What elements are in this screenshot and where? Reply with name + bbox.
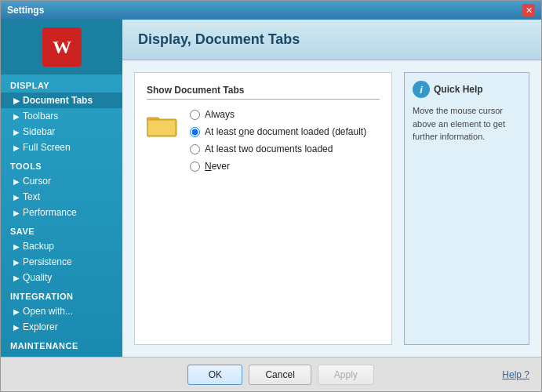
sidebar-item-label: Backup (23, 241, 54, 252)
sidebar-item-cursor[interactable]: ▶ Cursor (1, 173, 122, 189)
svg-rect-4 (147, 120, 176, 136)
sidebar-item-backup[interactable]: ▶ Backup (1, 238, 122, 254)
radio-always[interactable] (190, 110, 200, 120)
sidebar-item-quality[interactable]: ▶ Quality (1, 270, 122, 285)
radio-item-always[interactable]: Always (190, 109, 366, 120)
settings-window: Settings ✕ W DISPLAY ▶ Document Tabs (0, 0, 542, 392)
sidebar-item-document-tabs[interactable]: ▶ Document Tabs (1, 93, 122, 108)
radio-atleast-one-label[interactable]: At least one document loaded (default) (205, 126, 366, 137)
arrow-icon: ▶ (13, 274, 20, 282)
sidebar-section-save: SAVE (1, 220, 122, 238)
sidebar-item-toolbars[interactable]: ▶ Toolbars (1, 108, 122, 124)
sidebar-item-label: Cursor (23, 176, 51, 187)
radio-atleast-one[interactable] (190, 127, 200, 137)
sidebar-item-text[interactable]: ▶ Text (1, 189, 122, 205)
folder-icon (147, 113, 178, 138)
sidebar-item-explorer[interactable]: ▶ Explorer (1, 319, 122, 335)
radio-atleast-two[interactable] (190, 144, 200, 154)
sidebar-section-tools: TOOLS (1, 155, 122, 173)
sidebar-section-display: DISPLAY (1, 74, 122, 93)
quick-help-panel: i Quick Help Move the mouse cursor above… (404, 72, 529, 345)
radio-group: Always At least one document loaded (def… (190, 109, 366, 172)
cancel-button[interactable]: Cancel (249, 365, 311, 385)
help-link[interactable]: Help ? (502, 369, 529, 380)
radio-item-atleast-one[interactable]: At least one document loaded (default) (190, 126, 366, 137)
sidebar-item-label: Open with... (23, 306, 73, 317)
sidebar: W DISPLAY ▶ Document Tabs ▶ Toolbars ▶ S… (1, 20, 122, 357)
close-button[interactable]: ✕ (522, 4, 535, 16)
page-title: Display, Document Tabs (138, 31, 526, 48)
arrow-icon: ▶ (13, 209, 20, 217)
footer: OK Cancel Apply Help ? (1, 357, 541, 391)
arrow-icon: ▶ (13, 177, 20, 186)
arrow-icon: ▶ (13, 112, 20, 121)
radio-never-label[interactable]: Never (205, 161, 230, 172)
arrow-icon: ▶ (13, 258, 20, 267)
main-content: Display, Document Tabs Show Document Tab… (122, 20, 541, 357)
arrow-icon: ▶ (13, 96, 20, 105)
radio-never[interactable] (190, 162, 200, 172)
sidebar-section-maintenance: MAINTENANCE (1, 335, 122, 353)
quick-help-title: Quick Help (434, 84, 483, 95)
sidebar-item-label: Sidebar (23, 126, 55, 137)
quick-help-header: i Quick Help (413, 81, 521, 98)
folder-icon-area: Always At least one document loaded (def… (147, 109, 380, 172)
main-body: Show Document Tabs Always (122, 60, 541, 357)
footer-buttons: OK Cancel Apply (60, 365, 502, 385)
arrow-icon: ▶ (13, 143, 20, 152)
info-icon: i (413, 81, 430, 98)
sidebar-logo: W (1, 20, 122, 74)
sidebar-item-label: Explorer (23, 321, 58, 332)
sidebar-item-label: Toolbars (23, 111, 58, 122)
ok-button[interactable]: OK (187, 365, 242, 385)
svg-text:W: W (53, 37, 71, 57)
sidebar-item-full-screen[interactable]: ▶ Full Screen (1, 140, 122, 155)
sidebar-item-label: Performance (23, 207, 77, 218)
sidebar-item-persistence[interactable]: ▶ Persistence (1, 254, 122, 270)
sidebar-item-label: Text (23, 191, 40, 202)
sidebar-section-integration: INTEGRATION (1, 285, 122, 303)
radio-item-atleast-two[interactable]: At least two documents loaded (190, 143, 366, 154)
arrow-icon: ▶ (13, 307, 20, 316)
radio-atleast-two-label[interactable]: At least two documents loaded (205, 143, 333, 154)
sidebar-item-open-with[interactable]: ▶ Open with... (1, 303, 122, 319)
sidebar-item-performance[interactable]: ▶ Performance (1, 205, 122, 220)
main-header: Display, Document Tabs (122, 20, 541, 60)
quick-help-text: Move the mouse cursor above an element t… (413, 104, 521, 143)
sidebar-item-label: Document Tabs (23, 95, 93, 106)
radio-item-never[interactable]: Never (190, 161, 366, 172)
sidebar-item-label: Quality (23, 272, 52, 283)
content-area: W DISPLAY ▶ Document Tabs ▶ Toolbars ▶ S… (1, 20, 541, 357)
arrow-icon: ▶ (13, 193, 20, 201)
settings-panel: Show Document Tabs Always (134, 72, 392, 345)
apply-button[interactable]: Apply (318, 365, 374, 385)
app-logo: W (42, 27, 82, 67)
settings-group-label: Show Document Tabs (147, 85, 380, 100)
arrow-icon: ▶ (13, 323, 20, 332)
sidebar-item-label: Persistence (23, 256, 72, 267)
sidebar-item-sidebar[interactable]: ▶ Sidebar (1, 124, 122, 140)
title-bar: Settings ✕ (1, 1, 541, 20)
arrow-icon: ▶ (13, 128, 20, 136)
arrow-icon: ▶ (13, 242, 20, 251)
window-title: Settings (7, 5, 44, 16)
radio-always-label[interactable]: Always (205, 109, 235, 120)
sidebar-item-label: Full Screen (23, 142, 71, 153)
